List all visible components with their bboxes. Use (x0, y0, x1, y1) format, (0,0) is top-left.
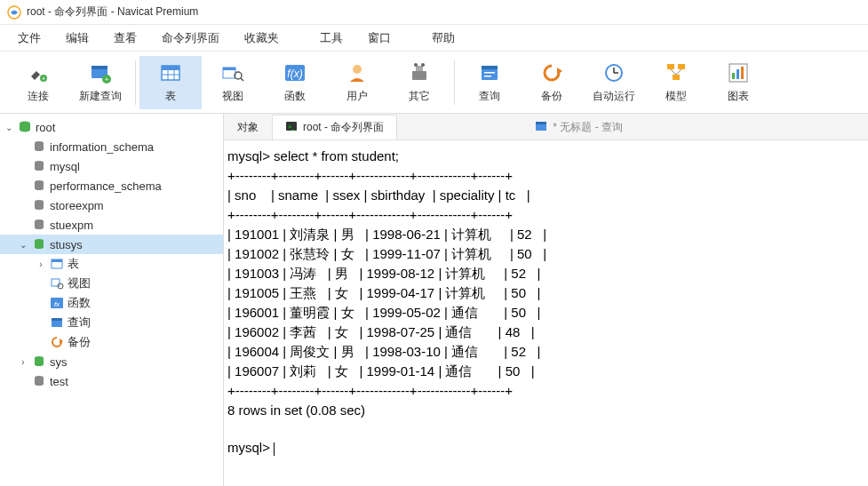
menu-view[interactable]: 查看 (103, 27, 147, 50)
svg-rect-31 (667, 64, 674, 69)
console-prompt: mysql> (227, 440, 274, 455)
tree-label: 备份 (68, 334, 91, 350)
tree-db[interactable]: performance_schema (0, 176, 223, 195)
tb-chart[interactable]: 图表 (707, 56, 769, 109)
tb-connection[interactable]: + 连接 (7, 56, 69, 109)
query-icon (50, 315, 64, 330)
tree-db[interactable]: information_schema (0, 137, 223, 156)
tree-label: 表 (68, 256, 79, 272)
console-line: +--------+--------+------+------------+-… (227, 168, 513, 183)
menu-tools[interactable]: 工具 (309, 27, 354, 50)
console-row: | 196001 | 董明霞 | 女 | 1999-05-02 | 通信 | 5… (227, 305, 540, 320)
database-icon (32, 355, 46, 369)
content-panel: 对象 >_ root - 命令列界面 * 无标题 - 查询 mysql> sel… (224, 114, 868, 486)
tree-db[interactable]: stuexpm (0, 215, 223, 235)
tree-label: stusys (50, 238, 83, 251)
svg-rect-19 (412, 71, 426, 80)
database-icon (32, 198, 46, 212)
fx-icon: f(x) (283, 60, 307, 85)
tree-functions[interactable]: fx函数 (0, 293, 223, 313)
console-row: | 191003 | 冯涛 | 男 | 1999-08-12 | 计算机 | 5… (227, 266, 540, 281)
chevron-right-icon: › (18, 357, 28, 367)
app-logo-icon (7, 5, 21, 20)
svg-rect-24 (482, 66, 498, 69)
tab-cli[interactable]: >_ root - 命令列界面 (272, 115, 397, 139)
tree-db[interactable]: storeexpm (0, 195, 223, 215)
tree-label: 视图 (68, 275, 91, 291)
tb-model[interactable]: 模型 (645, 56, 707, 109)
tree-connection-root[interactable]: ⌄ root (0, 117, 223, 137)
console-row: | 196002 | 李茜 | 女 | 1998-07-25 | 通信 | 48… (227, 324, 535, 339)
tree-label: root (36, 121, 55, 134)
table-icon (50, 257, 64, 271)
tb-other[interactable]: 其它 (388, 56, 450, 109)
tree-tables[interactable]: ›表 (0, 254, 223, 274)
svg-point-18 (353, 65, 362, 74)
svg-text:>_: >_ (288, 123, 295, 131)
tb-function[interactable]: f(x) 函数 (264, 56, 326, 109)
tree-label: 函数 (68, 295, 91, 311)
tree-label: sys (50, 355, 68, 369)
svg-rect-38 (737, 69, 739, 79)
tree-views[interactable]: 视图 (0, 274, 223, 293)
svg-rect-25 (484, 72, 495, 74)
console-line: | sno | sname | ssex | sbirthday | speci… (227, 187, 530, 203)
database-icon (32, 218, 46, 232)
connection-tree[interactable]: ⌄ root information_schema mysql performa… (0, 114, 224, 486)
svg-rect-13 (223, 68, 235, 70)
tree-backup[interactable]: 备份 (0, 332, 223, 352)
console-icon: >_ (285, 120, 298, 135)
toolbar-separator (135, 60, 136, 105)
tb-backup[interactable]: 备份 (521, 56, 583, 109)
tree-queries[interactable]: 查询 (0, 313, 223, 332)
menu-help[interactable]: 帮助 (421, 27, 466, 50)
svg-line-15 (241, 78, 243, 81)
menu-window[interactable]: 窗口 (357, 27, 402, 50)
svg-line-34 (671, 69, 676, 75)
console-line: 8 rows in set (0.08 sec) (227, 402, 365, 418)
chevron-right-icon: › (36, 259, 46, 269)
title-bar: root - 命令列界面 - Navicat Premium (0, 0, 868, 25)
tab-bar: 对象 >_ root - 命令列界面 * 无标题 - 查询 (224, 114, 868, 140)
tb-label: 连接 (28, 89, 49, 104)
tb-label: 备份 (541, 89, 562, 104)
svg-rect-33 (673, 75, 680, 80)
view-icon (220, 60, 245, 85)
tree-label: test (50, 375, 68, 388)
menu-cli[interactable]: 命令列界面 (151, 27, 230, 50)
menu-bar: 文件 编辑 查看 命令列界面 收藏夹 工具 窗口 帮助 (0, 25, 868, 52)
tb-query[interactable]: 查询 (458, 56, 521, 109)
console-line: +--------+--------+------+------------+-… (227, 383, 513, 398)
tb-label: 函数 (284, 89, 306, 104)
tab-objects[interactable]: 对象 (224, 115, 272, 139)
tb-label: 图表 (728, 89, 749, 104)
tb-table[interactable]: 表 (139, 56, 202, 109)
tab-label: root - 命令列界面 (303, 120, 384, 135)
tree-db[interactable]: test (0, 371, 223, 391)
tb-label: 模型 (665, 89, 687, 104)
menu-file[interactable]: 文件 (7, 27, 52, 50)
console-row: | 191005 | 王燕 | 女 | 1999-04-17 | 计算机 | 5… (227, 285, 540, 300)
tree-db[interactable]: ›sys (0, 352, 223, 371)
tb-view[interactable]: 视图 (202, 56, 264, 109)
tb-label: 表 (165, 89, 176, 104)
database-icon (32, 179, 46, 193)
tab-untitled-query[interactable]: * 无标题 - 查询 (522, 115, 636, 139)
view-icon (50, 276, 64, 291)
tb-new-query[interactable]: + 新建查询 (69, 56, 131, 109)
svg-rect-37 (732, 73, 735, 79)
chart-icon (726, 60, 751, 85)
tree-db-stusys[interactable]: ⌄stusys (0, 235, 223, 254)
tb-label: 新建查询 (79, 89, 122, 104)
query-icon: + (88, 60, 113, 85)
mysql-console[interactable]: mysql> select * from student; +--------+… (224, 140, 868, 486)
menu-edit[interactable]: 编辑 (55, 27, 100, 50)
tb-user[interactable]: 用户 (326, 56, 388, 109)
tab-label: 对象 (237, 120, 259, 135)
tree-db[interactable]: mysql (0, 156, 223, 176)
toolbar: + 连接 + 新建查询 表 视图 f(x) 函数 用户 其它 查询 备份 自动运… (0, 52, 868, 114)
window-title: root - 命令列界面 - Navicat Premium (27, 4, 198, 20)
table-icon (158, 60, 183, 85)
tb-autorun[interactable]: 自动运行 (583, 56, 645, 109)
menu-favorites[interactable]: 收藏夹 (234, 27, 290, 50)
